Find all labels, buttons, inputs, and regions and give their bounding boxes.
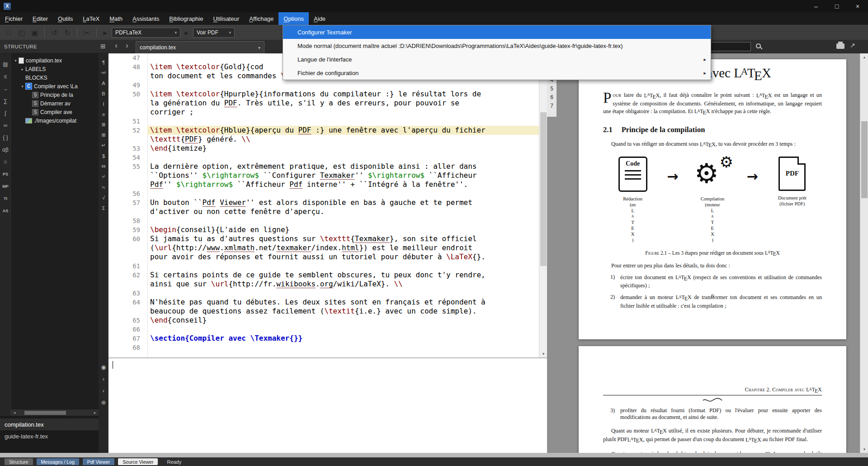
editor-line[interactable]: 49 [108, 81, 539, 90]
editor-line[interactable]: 61 [108, 262, 539, 271]
dropdown-item[interactable]: Fichier de configuration▸ [283, 66, 711, 80]
itemize-icon[interactable]: ≡ [99, 109, 108, 119]
structure-tree-item[interactable]: ▾CCompiler avec \La [11, 82, 99, 90]
pstricks-icon[interactable]: PS [0, 168, 11, 180]
editor-line[interactable]: 66 [108, 325, 539, 334]
editor-tab[interactable]: compilation.tex ▾ [136, 41, 264, 53]
scroll-down-icon[interactable]: ▾ [539, 350, 547, 357]
superscript-icon[interactable]: x² [99, 171, 108, 182]
pdf-viewer[interactable]: 4567 Compiler avec LaTeX Pour faire du L… [547, 53, 860, 453]
editor-line[interactable]: pour avoir des réponses et fournit aussi… [108, 252, 539, 262]
sum-symbols-icon[interactable]: ∑ [0, 95, 11, 107]
source-viewer-toggle-button[interactable]: Source Viewer [118, 458, 158, 465]
editor-line[interactable]: 58 [108, 216, 539, 225]
run-view-icon[interactable]: ► [182, 28, 192, 38]
editor-line[interactable]: 50\item \textcolor{Hpurple}{informations… [108, 90, 539, 99]
tabular-icon[interactable]: ⊞ [99, 130, 108, 140]
structure-tree-item[interactable]: ./Images/compilat [11, 116, 99, 125]
editor-line[interactable]: 65\end{conseil} [108, 316, 539, 325]
sqrt-icon[interactable]: √ [99, 192, 108, 203]
bold-icon[interactable]: B [99, 88, 108, 99]
editor-line[interactable]: \texttt{PDF} généré. \\ [108, 135, 539, 144]
editor-line[interactable]: 60Si jamais tu as d'autres questions sur… [108, 234, 539, 243]
newline-icon[interactable]: ↵ [99, 140, 108, 151]
tree-expander-icon[interactable]: ▾ [13, 58, 19, 63]
editor-scrollbar[interactable]: ▴ ▾ [539, 53, 547, 357]
menu-item-fichier[interactable]: Fichier [0, 12, 28, 25]
undo-icon[interactable]: ↺ [48, 27, 60, 38]
run-compile-icon[interactable]: ► [100, 28, 110, 38]
grid-icon[interactable]: ⊞ [100, 43, 106, 50]
editor-line[interactable]: 56 [108, 189, 539, 198]
editor-line[interactable]: corriger ; [108, 108, 539, 117]
menu-item-math[interactable]: Math [104, 12, 127, 25]
view-mode-select[interactable]: Voir PDF ▾ [193, 28, 235, 38]
editor-line[interactable]: 51 [108, 117, 539, 126]
pdf-viewer-toggle-button[interactable]: Pdf Viewer [83, 458, 115, 465]
tree-expander-icon[interactable]: ▾ [19, 84, 25, 89]
page-nav-number[interactable]: 5 [547, 86, 557, 94]
open-file-icon[interactable]: ◰ [16, 27, 28, 38]
new-file-icon[interactable]: □ [3, 27, 14, 38]
minimize-button[interactable]: – [806, 0, 826, 12]
structure-toggle-button[interactable]: Structure [5, 458, 33, 465]
editor-line[interactable]: beaucoup de questions assez facilement (… [108, 307, 539, 316]
menu-item-outils[interactable]: Outils [53, 12, 78, 25]
save-file-icon[interactable]: ▣ [29, 27, 41, 38]
misc-symbols-icon[interactable]: ∞ [0, 119, 11, 131]
scroll-up-icon[interactable]: ▴ [860, 53, 868, 61]
close-button[interactable]: × [847, 0, 868, 12]
editor-line[interactable]: 59\begin{conseil}{L'aide en ligne} [108, 225, 539, 234]
dropdown-item[interactable]: Langue de l'interface▸ [283, 52, 711, 66]
structure-tree-item[interactable]: SDémarrer av [11, 99, 99, 108]
menu-item-options[interactable]: Options [278, 12, 309, 25]
editor-line[interactable]: la génération du PDF. Très utile, s'il y… [108, 99, 539, 108]
compile-mode-select[interactable]: PDFLaTeX ▾ [112, 28, 180, 38]
editor-line[interactable]: 54 [108, 153, 539, 162]
editor-line[interactable]: Pdf'' $\rightarrow$ ``Afficheur Pdf inte… [108, 180, 539, 189]
menu-item-editer[interactable]: Editer [28, 12, 53, 25]
menu-item-affichage[interactable]: Affichage [244, 12, 278, 25]
structure-h-scrollbar[interactable]: ◂ ▸ [11, 409, 99, 416]
pdf-scrollbar[interactable]: ▴ ▾ [860, 53, 868, 453]
messages-log-panel[interactable] [108, 357, 547, 453]
tikz-icon[interactable]: TI [0, 192, 11, 204]
editor-line[interactable]: 63 [108, 289, 539, 298]
tree-expander-icon[interactable]: ▸ [19, 67, 25, 71]
sum-icon[interactable]: Σ [99, 203, 108, 213]
menu-item-aide[interactable]: Aide [309, 12, 330, 25]
tab-prev-icon[interactable]: ‹ [112, 42, 120, 50]
editor-line[interactable]: 55La dernière option, extrêmement pratiq… [108, 162, 539, 171]
editor-line[interactable]: 67\section{Compiler avec \Texmaker{}} [108, 334, 539, 343]
editor-line[interactable]: (\url{http://www.xmlmath.net/texmaker/in… [108, 243, 539, 252]
editor-line[interactable]: 68 [108, 343, 539, 352]
page-nav-number[interactable]: 7 [547, 103, 557, 111]
dropdown-item[interactable]: Configurer Texmaker [283, 25, 711, 39]
structure-tab-icon[interactable]: ▤ [0, 58, 11, 70]
structure-tree-item[interactable]: SPrincipe de la [11, 90, 99, 99]
scrollbar-thumb[interactable] [24, 411, 66, 415]
arrow-symbols-icon[interactable]: → [0, 82, 11, 95]
open-file-item[interactable]: compilation.tex [0, 418, 99, 430]
structure-tree-item[interactable]: SCompiler ave [11, 108, 99, 116]
scrollbar-thumb[interactable] [861, 121, 868, 198]
editor-line[interactable]: 57Un bouton ``Pdf Viewer'' est alors dis… [108, 198, 539, 207]
menu-item-latex[interactable]: LaTeX [78, 12, 104, 25]
maximize-button[interactable]: □ [826, 0, 847, 12]
structure-tree-item[interactable]: ▸LABELS [11, 65, 99, 73]
integral-symbols-icon[interactable]: ∫ [0, 107, 11, 119]
menu-item-utilisateur[interactable]: Utilisateur [208, 12, 244, 25]
font-icon[interactable]: A [99, 78, 108, 88]
inline-math-icon[interactable]: $ [99, 151, 108, 161]
prev-error-icon[interactable]: ‹ [99, 385, 108, 396]
close-log-icon[interactable]: ⊗ [99, 396, 108, 408]
structure-tree-item[interactable]: ▾compilation.tex [11, 56, 99, 65]
scrollbar-thumb[interactable] [540, 112, 547, 266]
italic-icon[interactable]: I [99, 99, 108, 109]
editor-line[interactable]: ``Options'' $\rightarrow$ ``Configurer T… [108, 171, 539, 180]
open-file-item[interactable]: guide-latex-fr.tex [0, 430, 99, 442]
ref-icon[interactable]: ref [99, 67, 108, 78]
scroll-left-icon[interactable]: ◂ [11, 410, 18, 415]
metapost-icon[interactable]: MP [0, 180, 11, 192]
relation-symbols-icon[interactable]: ≤ [0, 70, 11, 82]
